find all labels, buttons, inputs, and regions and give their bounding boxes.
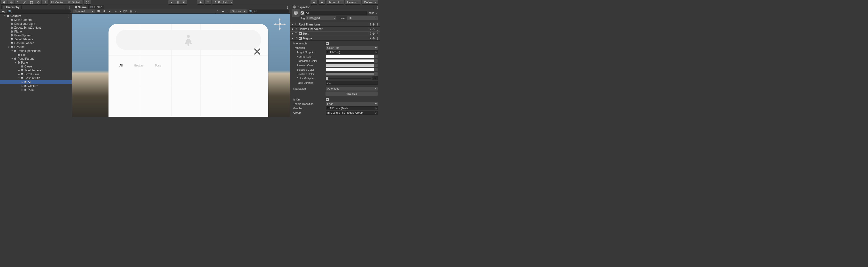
- component-menu-icon[interactable]: ⋮: [376, 32, 379, 35]
- object-name-input[interactable]: [305, 11, 367, 15]
- panel-menu-icon[interactable]: ⋮: [68, 6, 71, 9]
- hierarchy-item[interactable]: GestureLoader: [0, 41, 72, 45]
- preview-tab[interactable]: All: [119, 64, 122, 67]
- help-icon[interactable]: ?: [370, 27, 371, 31]
- services-icon[interactable]: [310, 0, 317, 5]
- toggle-transition-dropdown[interactable]: Fade: [326, 102, 378, 106]
- layers-menu[interactable]: Layers▼: [345, 0, 361, 5]
- scene-row[interactable]: ▼Gesture⋮: [0, 14, 72, 18]
- move-tool[interactable]: [7, 0, 14, 5]
- tools-icon[interactable]: [215, 9, 220, 14]
- fx-toggle[interactable]: [113, 9, 118, 14]
- play-button[interactable]: [168, 0, 175, 5]
- camera-icon[interactable]: [221, 9, 225, 14]
- scene-panel-menu[interactable]: ⋮: [286, 6, 289, 9]
- scale-tool[interactable]: [21, 0, 28, 5]
- hierarchy-item[interactable]: ▶All: [0, 80, 72, 84]
- create-dropdown[interactable]: +▾: [1, 9, 6, 14]
- color-field[interactable]: [326, 72, 374, 76]
- lock-icon[interactable]: ⟂: [373, 6, 375, 9]
- foldout-icon[interactable]: [291, 28, 294, 30]
- hierarchy-item[interactable]: Close: [0, 64, 72, 69]
- hierarchy-item[interactable]: Plane: [0, 30, 72, 33]
- preview-icon[interactable]: [205, 0, 211, 5]
- foldout-icon[interactable]: [291, 32, 294, 35]
- scene-menu-icon[interactable]: ⋮: [67, 14, 72, 18]
- hand-tool[interactable]: [1, 0, 7, 5]
- hierarchy-item[interactable]: Main Camera: [0, 18, 72, 22]
- component-enable-checkbox[interactable]: [299, 37, 302, 40]
- collab-icon[interactable]: [197, 0, 204, 5]
- component-menu-icon[interactable]: ⋮: [376, 37, 379, 40]
- publish-button[interactable]: Publish: [212, 0, 229, 5]
- layer-dropdown[interactable]: UI: [347, 16, 378, 20]
- transform-tool[interactable]: [35, 0, 41, 5]
- component-enable-checkbox[interactable]: [299, 32, 302, 35]
- component-menu-icon[interactable]: ⋮: [376, 23, 379, 26]
- preview-open-button[interactable]: [116, 30, 261, 50]
- hierarchy-item[interactable]: ▶Scroll View: [0, 72, 72, 76]
- hierarchy-item[interactable]: ▼Gesture: [0, 45, 72, 49]
- hierarchy-item[interactable]: Directional Light: [0, 22, 72, 26]
- color-field[interactable]: [326, 55, 374, 58]
- inspector-tab[interactable]: ⓘ Inspector: [292, 5, 312, 9]
- active-checkbox[interactable]: [301, 11, 304, 15]
- orientation-gizmo[interactable]: [273, 18, 286, 31]
- hierarchy-tree[interactable]: ▼Gesture⋮Main CameraDirectional LightZep…: [0, 14, 72, 117]
- preview-tab[interactable]: Gesture: [134, 64, 143, 67]
- color-field[interactable]: [326, 68, 374, 71]
- step-button[interactable]: [181, 0, 187, 5]
- is-on-checkbox[interactable]: [326, 98, 329, 101]
- publish-dropdown[interactable]: ▼: [229, 0, 233, 5]
- help-icon[interactable]: ?: [370, 37, 371, 40]
- static-dropdown[interactable]: ▼: [375, 12, 378, 14]
- color-multiplier-value[interactable]: [372, 77, 378, 80]
- gizmos-dropdown[interactable]: Gizmos: [230, 9, 247, 14]
- foldout-icon[interactable]: [291, 37, 294, 39]
- fade-duration-input[interactable]: [326, 81, 378, 85]
- cloud-icon[interactable]: [318, 0, 325, 5]
- rotate-tool[interactable]: [14, 0, 21, 5]
- account-menu[interactable]: Account▼: [327, 0, 344, 5]
- hierarchy-item[interactable]: icon: [0, 53, 72, 57]
- hierarchy-item[interactable]: ▼PanelOpenButton: [0, 49, 72, 53]
- preset-icon[interactable]: ⚙: [372, 27, 375, 31]
- help-icon[interactable]: ?: [370, 32, 371, 35]
- hierarchy-item[interactable]: ▼GestureTitle: [0, 76, 72, 80]
- preset-icon[interactable]: ⚙: [372, 32, 375, 35]
- color-field[interactable]: [326, 63, 374, 67]
- layout-menu[interactable]: Default▼: [362, 0, 378, 5]
- preset-icon[interactable]: ⚙: [372, 23, 375, 26]
- scene-tab[interactable]: ⬢ Scene: [73, 5, 89, 9]
- lock-icon[interactable]: ⟂: [65, 6, 67, 9]
- hierarchy-item[interactable]: ZepetoPlayers: [0, 37, 72, 41]
- grid-dropdown[interactable]: ▼: [134, 10, 137, 12]
- pause-button[interactable]: [175, 0, 181, 5]
- component-header[interactable]: Toggle?⚙⋮: [290, 36, 380, 41]
- hierarchy-item[interactable]: ZepetoScriptContext: [0, 26, 72, 30]
- hierarchy-search[interactable]: 🔍: [7, 9, 71, 14]
- transition-dropdown[interactable]: Color Tint: [326, 46, 378, 50]
- fx-dropdown[interactable]: ▼: [119, 10, 122, 12]
- coord-toggle[interactable]: Global: [66, 0, 83, 5]
- scene-viewport[interactable]: ✕ AllGesturePose: [72, 14, 290, 117]
- component-header[interactable]: Rect Transform?⚙⋮: [290, 22, 380, 27]
- preset-icon[interactable]: ⚙: [372, 37, 375, 40]
- preview-tab[interactable]: Pose: [155, 64, 161, 67]
- camera-dropdown[interactable]: ▼: [226, 10, 229, 12]
- hierarchy-item[interactable]: EventSystem: [0, 33, 72, 37]
- component-header[interactable]: Canvas Renderer?⚙⋮: [290, 27, 380, 31]
- 2d-toggle[interactable]: 2D: [96, 9, 101, 14]
- interactable-checkbox[interactable]: [326, 42, 329, 45]
- hierarchy-item[interactable]: ▶Gesture: [0, 84, 72, 88]
- audio-toggle[interactable]: [107, 9, 113, 14]
- foldout-icon[interactable]: [291, 23, 294, 26]
- navigation-dropdown[interactable]: Automatic: [326, 87, 378, 90]
- pivot-toggle[interactable]: Center: [50, 0, 66, 5]
- hierarchy-item[interactable]: ▼Panel: [0, 61, 72, 64]
- group-field[interactable]: ▣GestureTitle (Toggle Group): [326, 111, 378, 114]
- lighting-toggle[interactable]: [102, 9, 106, 14]
- preview-close-button[interactable]: ✕: [253, 45, 262, 58]
- grid-toggle[interactable]: [129, 9, 133, 14]
- tag-dropdown[interactable]: Untagged: [306, 16, 336, 20]
